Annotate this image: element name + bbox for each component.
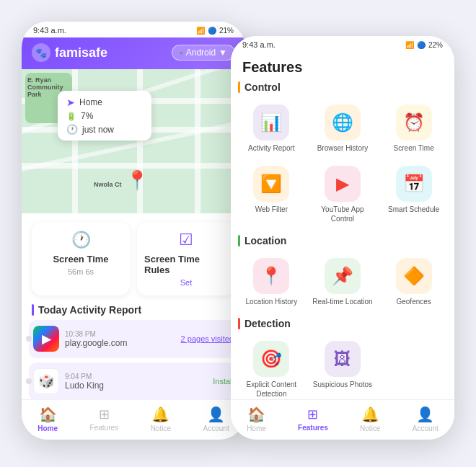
feature-explicit-content[interactable]: 🎯 Explicit Content Detection xyxy=(238,337,305,403)
location-section-bar xyxy=(238,235,240,246)
section-bar xyxy=(32,304,34,316)
activity-action[interactable]: 2 pages visited xyxy=(181,334,234,343)
detection-section-bar xyxy=(238,318,240,329)
right-bluetooth-icon: 🔵 xyxy=(417,41,426,49)
feature-screen-time[interactable]: ⏰ Screen Time xyxy=(380,100,447,157)
location-features-grid: 📍 Location History 📌 Real-time Location … xyxy=(238,254,447,311)
screen-time-value: 56m 6s xyxy=(68,267,94,276)
activity-item[interactable]: 🎲 9:04 PM Ludo King Install xyxy=(29,363,238,401)
activity-dot xyxy=(26,336,32,342)
device-selector[interactable]: ● Android ▼ xyxy=(172,45,235,61)
left-status-bar: 9:43 a.m. 📶 🔵 21% xyxy=(22,22,245,37)
clock-icon: 🕐 xyxy=(66,124,78,135)
dropdown-arrow: ▼ xyxy=(219,48,227,58)
right-nav-account[interactable]: 👤 Account xyxy=(405,404,446,434)
right-time: 9:43 a.m. xyxy=(242,40,276,49)
right-account-label: Account xyxy=(413,424,438,432)
feature-youtube-control[interactable]: ▶ YouTube App Control xyxy=(309,161,376,228)
play-icon: ▶ xyxy=(42,332,50,346)
feature-smart-schedule[interactable]: 📅 Smart Schedule xyxy=(380,161,447,228)
control-section-header: Control xyxy=(238,81,447,93)
smart-schedule-label: Smart Schedule xyxy=(388,205,439,214)
nav-home[interactable]: 🏠 Home xyxy=(30,404,65,434)
activity-details: 10:38 PM play.google.com xyxy=(65,330,175,348)
right-nav-home[interactable]: 🏠 Home xyxy=(239,404,273,434)
smart-schedule-icon: 📅 xyxy=(403,174,425,194)
browser-history-label: Browser History xyxy=(317,143,369,153)
popup-location-row: ➤ Home xyxy=(66,97,143,108)
realtime-location-icon: 📌 xyxy=(332,266,353,286)
screen-time-feature-icon: ⏰ xyxy=(403,112,425,133)
feature-browser-history[interactable]: 🌐 Browser History xyxy=(309,100,376,157)
feature-geofences[interactable]: 🔶 Geofences xyxy=(380,254,447,311)
bluetooth-icon: 🔵 xyxy=(208,27,216,35)
screen-time-rules-card[interactable]: ☑ Screen Time Rules Set xyxy=(137,222,235,295)
web-filter-icon-wrap: 🔽 xyxy=(253,166,289,202)
geofences-label: Geofences xyxy=(396,297,431,306)
activity-report-icon: 📊 xyxy=(260,112,282,133)
suspicious-photos-label: Suspicious Photos xyxy=(313,380,372,389)
location-section-header: Location xyxy=(238,235,447,246)
feature-location-history[interactable]: 📍 Location History xyxy=(238,254,305,311)
feature-suspicious-photos[interactable]: 🖼 Suspicious Photos xyxy=(309,337,376,403)
nav-notice[interactable]: 🔔 Notice xyxy=(144,404,178,434)
feature-web-filter[interactable]: 🔽 Web Filter xyxy=(238,161,305,228)
realtime-location-icon-wrap: 📌 xyxy=(325,258,361,294)
app-header: 🐾 famisafe ● Android ▼ xyxy=(22,37,245,69)
feature-activity-report[interactable]: 📊 Activity Report xyxy=(238,100,305,157)
features-label: Features xyxy=(90,424,118,432)
control-features-grid: 📊 Activity Report 🌐 Browser History ⏰ Sc… xyxy=(238,100,447,228)
suspicious-photos-icon: 🖼 xyxy=(334,349,351,369)
detection-features-grid: 🎯 Explicit Content Detection 🖼 Suspiciou… xyxy=(238,337,447,403)
app-icon-google-play: ▶ xyxy=(33,326,59,352)
youtube-label: YouTube App Control xyxy=(312,205,374,223)
right-status-icons: 📶 🔵 22% xyxy=(405,41,443,49)
browser-history-icon: 🌐 xyxy=(332,112,353,133)
right-home-icon: 🏠 xyxy=(247,406,265,423)
activity-item[interactable]: ▶ 10:38 PM play.google.com 2 pages visit… xyxy=(29,320,238,358)
features-title: Features xyxy=(242,59,443,76)
navigation-icon: ➤ xyxy=(66,97,75,108)
popup-location-text: Home xyxy=(79,97,102,107)
control-section: Control 📊 Activity Report 🌐 Browser Hist… xyxy=(238,81,447,228)
left-phone: 9:43 a.m. 📶 🔵 21% 🐾 famisafe ● Android ▼ xyxy=(22,22,245,440)
popup-battery-text: 7% xyxy=(81,111,93,121)
location-history-label: Location History xyxy=(245,297,297,306)
right-notice-icon: 🔔 xyxy=(361,406,379,423)
screen-time-label: Screen Time xyxy=(53,254,108,264)
road-label: Nwola Ct xyxy=(94,181,122,188)
right-features-label: Features xyxy=(298,424,328,432)
detection-section-header: Detection xyxy=(238,318,447,329)
right-signal-icon: 📶 xyxy=(405,41,414,49)
right-account-icon: 👤 xyxy=(416,406,434,423)
home-icon: 🏠 xyxy=(39,406,57,423)
right-home-label: Home xyxy=(247,424,266,432)
nav-features[interactable]: ⊞ Features xyxy=(83,405,125,433)
feature-realtime-location[interactable]: 📌 Real-time Location xyxy=(309,254,376,311)
activity-time: 9:04 PM xyxy=(65,373,207,381)
clock-icon: 🕐 xyxy=(71,231,91,249)
screen-time-card[interactable]: 🕐 Screen Time 56m 6s xyxy=(32,222,130,295)
realtime-location-label: Real-time Location xyxy=(312,297,372,306)
suspicious-photos-icon-wrap: 🖼 xyxy=(325,341,361,377)
location-section: Location 📍 Location History 📌 Real-time … xyxy=(238,235,447,311)
screen-time-rules-label: Screen Time Rules xyxy=(144,254,228,275)
account-label: Account xyxy=(203,424,229,432)
activity-app-name: Ludo King xyxy=(65,381,207,391)
left-bottom-nav: 🏠 Home ⊞ Features 🔔 Notice 👤 Account xyxy=(22,399,245,440)
detection-section-title: Detection xyxy=(244,318,291,329)
rules-icon: ☑ xyxy=(179,231,193,249)
map-view[interactable]: E. RyanCommunityPark Nwola Ct 📍 ➤ Home 🔋… xyxy=(22,69,245,213)
brand-logo: 🐾 famisafe xyxy=(32,43,107,62)
left-status-icons: 📶 🔵 21% xyxy=(196,27,234,35)
web-filter-label: Web Filter xyxy=(255,205,288,214)
battery-icon: 🔋 xyxy=(66,112,76,121)
right-nav-notice[interactable]: 🔔 Notice xyxy=(353,404,387,434)
right-phone: 9:43 a.m. 📶 🔵 22% Features Control 📊 Act… xyxy=(231,36,454,440)
signal-icon: 📶 xyxy=(196,27,205,35)
youtube-icon-wrap: ▶ xyxy=(325,166,361,202)
notice-label: Notice xyxy=(151,424,171,432)
right-nav-features[interactable]: ⊞ Features xyxy=(291,405,335,433)
screen-time-feature-label: Screen Time xyxy=(394,143,434,153)
right-bottom-nav: 🏠 Home ⊞ Features 🔔 Notice 👤 Account xyxy=(231,399,454,440)
